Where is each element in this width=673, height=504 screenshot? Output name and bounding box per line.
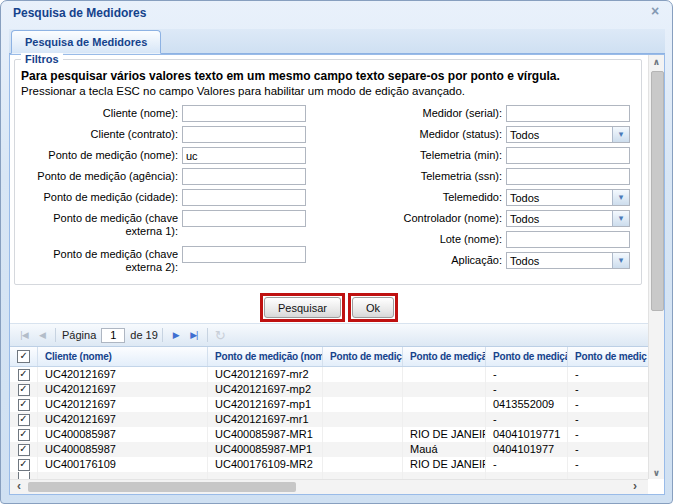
cliente-contrato-label: Cliente (contrato): — [18, 126, 182, 141]
cell — [323, 367, 403, 382]
scroll-left-icon[interactable]: ‹ — [12, 480, 26, 494]
cell-ponto-medicao-nome: UC400176109-MR2 — [208, 457, 323, 472]
paging-toolbar: |◀ ◀ Página de 19 ▶ ▶| ↻ — [10, 323, 648, 347]
cell-cliente-nome: UC420121697 — [38, 382, 208, 397]
ponto-medicao-nome-input[interactable] — [182, 147, 306, 164]
close-icon[interactable]: × — [647, 4, 663, 20]
cell: RIO DE JANEIRO — [403, 427, 486, 442]
telemetria-ssn-input[interactable] — [506, 168, 630, 185]
telemetria-min-input[interactable] — [506, 147, 630, 164]
cell — [403, 412, 486, 427]
page-input[interactable] — [101, 328, 125, 343]
cliente-nome-input[interactable] — [182, 105, 306, 122]
cell — [38, 472, 208, 479]
aplicacao-label: Aplicação: — [352, 252, 506, 267]
controlador-nome-select[interactable]: Todos ▾ — [506, 210, 630, 227]
check-icon: ✓ — [19, 369, 27, 379]
pesquisar-highlight: Pesquisar — [260, 293, 345, 322]
table-row[interactable]: ✓ UC420121697 UC420121697-mr1 - - — [10, 412, 648, 427]
dialog-window: Pesquisa de Medidores × Pesquisa de Medi… — [0, 0, 673, 504]
ponto-medicao-chave-externa-1-input[interactable] — [182, 210, 306, 227]
filters-right-column: Medidor (serial): Medidor (status): Todo… — [330, 105, 630, 273]
row-checkbox[interactable]: ✓ — [18, 414, 30, 426]
refresh-icon[interactable]: ↻ — [215, 328, 226, 343]
scroll-up-icon[interactable]: ∧ — [649, 57, 664, 67]
first-page-button[interactable]: |◀ — [15, 330, 33, 340]
cell-cliente-nome: UC400085987 — [38, 442, 208, 457]
telemetria-min-label: Telemetria (min): — [352, 147, 506, 162]
vertical-scrollbar[interactable]: ∧ ∨ — [648, 55, 664, 479]
cell-cliente-nome: UC420121697 — [38, 397, 208, 412]
row-checkbox[interactable]: ✓ — [18, 369, 30, 381]
table-row[interactable]: ✓ UC420121697 UC420121697-mp2 - - — [10, 382, 648, 397]
cell: - — [568, 397, 648, 412]
scroll-right-icon[interactable]: › — [628, 480, 642, 494]
cell-cliente-nome: UC420121697 — [38, 412, 208, 427]
pesquisa-de-medidores-dialog: Pesquisa de Medidores × Pesquisa de Medi… — [0, 0, 673, 504]
row-checkbox[interactable]: ✓ — [18, 444, 30, 456]
next-page-button[interactable]: ▶ — [167, 330, 185, 340]
table-row[interactable]: ✓ UC400085987 UC400085987-MP1 Mauá 04041… — [10, 442, 648, 457]
telemetria-ssn-label: Telemetria (ssn): — [352, 168, 506, 183]
ok-highlight: Ok — [348, 293, 398, 322]
col-header-cliente-nome[interactable]: Cliente (nome) — [38, 347, 208, 366]
cell — [323, 472, 403, 479]
vertical-scroll-thumb[interactable] — [651, 71, 664, 311]
lote-nome-label: Lote (nome): — [352, 231, 506, 246]
cell: - — [486, 457, 568, 472]
medidor-serial-input[interactable] — [506, 105, 630, 122]
telemedido-label: Telemedido: — [352, 189, 506, 204]
table-row[interactable]: ✓ UC400085987 UC400085987-MR1 RIO DE JAN… — [10, 427, 648, 442]
pesquisar-button[interactable]: Pesquisar — [264, 297, 341, 318]
cell — [403, 382, 486, 397]
medidor-serial-label: Medidor (serial): — [352, 105, 506, 120]
telemedido-select[interactable]: Todos ▾ — [506, 189, 630, 206]
ponto-medicao-chave-externa-1-label: Ponto de medição (chave externa 1): — [18, 210, 182, 238]
cell — [323, 382, 403, 397]
col-header-ponto-medicao-3[interactable]: Ponto de medição — [323, 347, 403, 366]
table-row[interactable]: ✓ UC420121697 UC420121697-mr2 - - — [10, 367, 648, 382]
tab-pesquisa-de-medidores[interactable]: Pesquisa de Medidores — [11, 30, 161, 54]
col-header-ponto-medicao-4[interactable]: Ponto de medição — [403, 347, 486, 366]
ponto-medicao-cidade-label: Ponto de medição (cidade): — [18, 189, 182, 204]
select-all-checkbox[interactable]: ✓ — [17, 350, 30, 363]
prev-page-button[interactable]: ◀ — [33, 330, 51, 340]
cell — [323, 442, 403, 457]
horizontal-scroll-thumb[interactable] — [28, 482, 296, 492]
col-header-ponto-medicao-6[interactable]: Ponto de mediç — [568, 347, 648, 366]
row-checkbox[interactable]: ✓ — [18, 459, 30, 471]
cell-ponto-medicao-nome: UC420121697-mp2 — [208, 382, 323, 397]
ponto-medicao-agencia-input[interactable] — [182, 168, 306, 185]
cell — [323, 427, 403, 442]
aplicacao-select[interactable]: Todos ▾ — [506, 252, 630, 269]
pagina-label: Página — [62, 329, 96, 341]
ponto-medicao-chave-externa-2-input[interactable] — [182, 246, 306, 263]
table-row-partial[interactable] — [10, 472, 648, 479]
horizontal-scrollbar[interactable]: ‹ › — [10, 479, 648, 494]
check-icon: ✓ — [19, 351, 27, 361]
col-header-ponto-medicao-nome[interactable]: Ponto de medição (nome) — [208, 347, 323, 366]
aplicacao-value: Todos — [507, 253, 612, 268]
cliente-contrato-input[interactable] — [182, 126, 306, 143]
cell: 0404101977 — [486, 442, 568, 457]
ok-button[interactable]: Ok — [352, 297, 394, 318]
cell: RIO DE JANEIRO — [403, 457, 486, 472]
row-checkbox[interactable]: ✓ — [18, 399, 30, 411]
cell: 0413552009 — [486, 397, 568, 412]
lote-nome-input[interactable] — [506, 231, 630, 248]
row-checkbox[interactable]: ✓ — [18, 429, 30, 441]
toolbar-separator — [207, 328, 208, 342]
table-row[interactable]: ✓ UC400176109 UC400176109-MR2 RIO DE JAN… — [10, 457, 648, 472]
scroll-down-icon[interactable]: ∨ — [649, 468, 664, 478]
table-row[interactable]: ✓ UC420121697 UC420121697-mp1 0413552009… — [10, 397, 648, 412]
ponto-medicao-cidade-input[interactable] — [182, 189, 306, 206]
check-icon: ✓ — [19, 459, 27, 469]
medidor-status-select[interactable]: Todos ▾ — [506, 126, 630, 143]
row-checkbox[interactable]: ✓ — [18, 384, 30, 396]
cell-ponto-medicao-nome: UC420121697-mr1 — [208, 412, 323, 427]
last-page-button[interactable]: ▶| — [185, 330, 203, 340]
col-header-ponto-medicao-5[interactable]: Ponto de medição — [486, 347, 568, 366]
action-buttons: Pesquisar Ok — [10, 293, 648, 322]
row-checkbox[interactable] — [18, 472, 30, 479]
toolbar-separator — [55, 328, 56, 342]
